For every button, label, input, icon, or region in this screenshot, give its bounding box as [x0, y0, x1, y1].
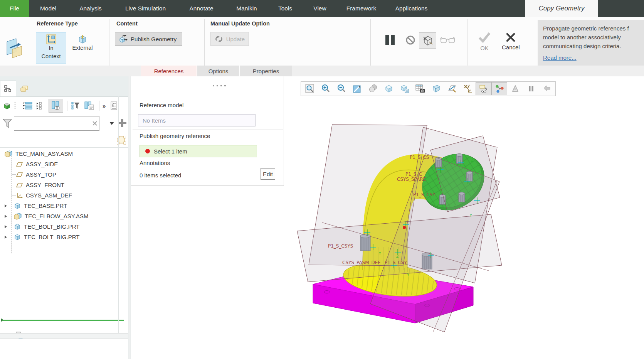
- dashboard-tabstrip: References Options Properties: [0, 66, 644, 76]
- document-options-icon[interactable]: [110, 101, 118, 110]
- read-more-link[interactable]: Read more...: [543, 53, 577, 62]
- tree-row-datum[interactable]: ASSY_SIDE: [0, 159, 118, 169]
- pause-button[interactable]: [523, 82, 539, 95]
- reference-model-field[interactable]: No Items: [138, 114, 256, 126]
- reference-model-label: Reference model: [140, 102, 183, 108]
- repaint-button[interactable]: [349, 82, 365, 95]
- spin-center-button[interactable]: [491, 82, 507, 95]
- edit-button[interactable]: Edit: [261, 168, 275, 180]
- datum-display-button[interactable]: [460, 82, 476, 95]
- tree-filter-row: [0, 116, 128, 133]
- no-preview-icon: [405, 35, 415, 45]
- shade-button[interactable]: [365, 82, 381, 95]
- insertion-indicator-arrow: [1, 318, 3, 322]
- dialog-divider: [133, 130, 283, 130]
- clear-icon[interactable]: [92, 120, 98, 126]
- menu-model[interactable]: Model: [29, 0, 67, 17]
- tree-scroll-strip[interactable]: [0, 333, 128, 339]
- items-selected-text: 0 items selected: [140, 172, 181, 179]
- tree-row-part[interactable]: TEC_BASE.PRT: [0, 201, 118, 211]
- publish-geometry-button[interactable]: Publish Geometry: [115, 32, 182, 46]
- annotation-display-button[interactable]: [476, 82, 491, 95]
- update-button[interactable]: Update: [210, 32, 249, 46]
- add-icon[interactable]: [118, 119, 126, 127]
- tree-row-datum[interactable]: ASSY_FRONT: [0, 180, 118, 190]
- section-button[interactable]: [444, 82, 460, 95]
- shade-icon: [368, 84, 378, 93]
- menu-annotate[interactable]: Annotate: [177, 0, 225, 17]
- cancel-button[interactable]: Cancel: [502, 32, 520, 51]
- references-panel: Reference model No Items Publish geometr…: [131, 76, 284, 186]
- model-tree-filter-input[interactable]: [14, 116, 99, 131]
- repaint-icon: [353, 84, 362, 93]
- menu-manikin[interactable]: Manikin: [225, 0, 268, 17]
- zoom-in-button[interactable]: [318, 82, 333, 95]
- step-button[interactable]: [539, 82, 555, 95]
- tab-references[interactable]: References: [141, 66, 197, 76]
- tab-options[interactable]: Options: [197, 66, 240, 76]
- tab-properties[interactable]: Properties: [240, 66, 292, 76]
- menu-tools[interactable]: Tools: [268, 0, 303, 17]
- tree-row-part[interactable]: TEC_BOLT_BIG.PRT: [0, 221, 118, 232]
- column-doc-icon[interactable]: [84, 101, 94, 110]
- axis-letter: Y: [407, 273, 409, 277]
- update-label: Update: [226, 36, 245, 42]
- expand-arrow-icon[interactable]: [5, 204, 7, 207]
- help-line: model to another associatively: [543, 33, 644, 42]
- perspective-button[interactable]: [428, 82, 444, 95]
- zoom-out-button[interactable]: [333, 82, 349, 95]
- feature-help-panel: Propagate geometric references f model t…: [538, 20, 644, 71]
- menu-applications[interactable]: Applications: [385, 0, 437, 17]
- tree-view-icon[interactable]: [36, 102, 44, 110]
- in-context-icon: [46, 34, 56, 44]
- axis-letter: Z: [479, 188, 481, 192]
- assembly-icon: [5, 150, 12, 157]
- tree-row-assembly-root[interactable]: TEC_MAIN_ASY.ASM: [0, 148, 118, 159]
- menu-analysis[interactable]: Analysis: [67, 0, 114, 17]
- list-view-icon[interactable]: [22, 102, 32, 110]
- panel-splitter[interactable]: [128, 76, 131, 359]
- menu-file[interactable]: File: [0, 0, 29, 17]
- model-tree-icon: [4, 85, 12, 92]
- expand-arrow-icon[interactable]: [5, 236, 7, 239]
- tree-row-assembly[interactable]: TEC_ELBOW_ASY.ASM: [0, 211, 118, 221]
- datum-plane-icon: [16, 161, 23, 167]
- publish-reference-collector[interactable]: Select 1 item: [140, 145, 257, 157]
- display-style-button[interactable]: [381, 82, 397, 95]
- zoom-box-button[interactable]: [302, 82, 318, 95]
- column-eye-button[interactable]: [49, 99, 63, 113]
- wireframe-preview-button[interactable]: [419, 32, 436, 49]
- grip-dots: [14, 101, 16, 110]
- insertion-indicator-line[interactable]: [3, 320, 124, 321]
- external-button[interactable]: External: [69, 32, 96, 64]
- external-icon: [77, 34, 87, 44]
- more-chevrons[interactable]: »: [103, 103, 106, 109]
- tree-row-part[interactable]: TEC_BOLT_BIG.PRT: [0, 232, 118, 242]
- tree-row-datum[interactable]: ASSY_TOP: [0, 169, 118, 180]
- saved-orientations-button[interactable]: [397, 82, 412, 95]
- glasses-button[interactable]: [439, 35, 456, 46]
- tree-filter-icon[interactable]: [71, 102, 80, 110]
- menu-framework[interactable]: Framework: [337, 0, 385, 17]
- group-title-content: Content: [116, 20, 138, 27]
- expand-arrow-icon[interactable]: [5, 225, 7, 228]
- tree-row-csys[interactable]: CSYS_ASM_DEF: [0, 190, 118, 201]
- display-cube-icon[interactable]: [3, 102, 11, 110]
- view-manager-button[interactable]: [412, 82, 428, 95]
- caret-down-icon[interactable]: [109, 122, 114, 125]
- tab-copy-geometry[interactable]: Copy Geometry: [525, 0, 598, 17]
- no-preview-button[interactable]: [404, 35, 417, 46]
- annotations-label: Annotations: [140, 160, 170, 166]
- ok-button[interactable]: OK: [478, 32, 491, 51]
- axis-letter: Y: [378, 251, 381, 255]
- play-button[interactable]: [507, 82, 523, 95]
- expand-arrow-icon[interactable]: [5, 215, 7, 218]
- in-context-button[interactable]: In Context: [36, 32, 66, 64]
- folders-tab[interactable]: [15, 81, 33, 96]
- menu-view[interactable]: View: [303, 0, 337, 17]
- pause-icon: [385, 34, 395, 45]
- model-tree-tab[interactable]: [0, 81, 16, 96]
- menu-live-simulation[interactable]: Live Simulation: [114, 0, 177, 17]
- drag-handle[interactable]: [213, 85, 226, 86]
- pause-feature-button[interactable]: [382, 33, 398, 46]
